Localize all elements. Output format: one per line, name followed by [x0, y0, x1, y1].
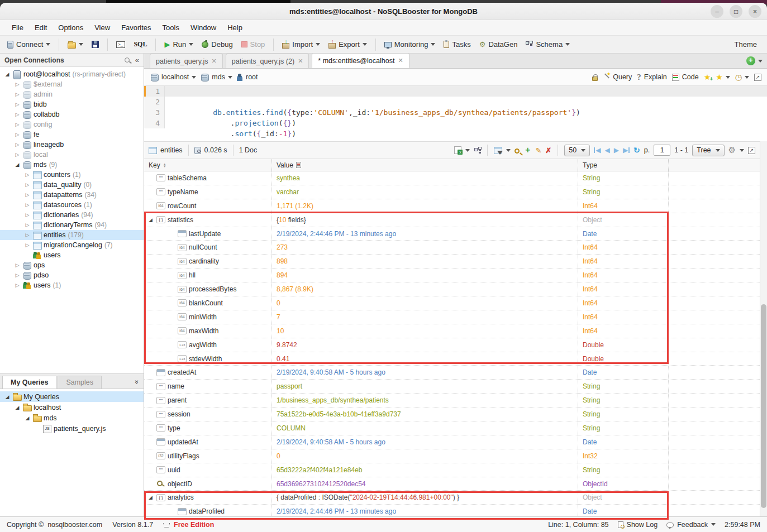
value-filter-icon[interactable] [296, 162, 301, 168]
key-cell[interactable]: analytics [144, 491, 272, 504]
key-cell[interactable]: createdAt [144, 366, 272, 379]
menu-item[interactable]: View [89, 22, 115, 33]
sql-button[interactable]: SQL [131, 39, 150, 50]
tree-expand-icon[interactable] [15, 112, 20, 117]
tree-expand-icon[interactable] [25, 172, 30, 178]
tab-samples[interactable]: Samples [58, 376, 102, 389]
key-cell[interactable]: avgWidth [144, 338, 272, 352]
tree-expand-icon[interactable] [15, 405, 20, 410]
menu-item[interactable]: Favorites [116, 22, 156, 33]
gear-icon[interactable]: ⚙ [728, 146, 736, 154]
close-tab-icon[interactable]: ✕ [398, 57, 403, 64]
editor-line[interactable]: 2 .projection({}) [144, 97, 767, 107]
column-header-type[interactable]: Type [578, 159, 669, 171]
view-mode-select[interactable]: Tree [692, 145, 724, 156]
find-document-icon[interactable] [514, 148, 520, 154]
connection-tree-item[interactable]: datasources (1) [0, 200, 144, 210]
key-cell[interactable]: cardinality [144, 255, 272, 268]
key-cell[interactable]: utilityFlags [144, 449, 272, 463]
chevron-down-icon[interactable] [758, 60, 763, 63]
key-cell[interactable]: updatedAt [144, 435, 272, 449]
add-favorite-icon[interactable]: ★ [704, 74, 711, 81]
key-cell[interactable]: stdevWidth [144, 352, 272, 366]
lock-icon[interactable] [592, 76, 598, 81]
feedback-button[interactable]: Feedback [666, 521, 716, 529]
key-cell[interactable]: dataProfiled [144, 505, 272, 516]
table-row[interactable]: avgWidth 9.8742 Double [144, 338, 760, 352]
connection-tree-item[interactable]: root@localhost (rs-primary-direct) [0, 69, 144, 79]
menu-item[interactable]: Edit [30, 22, 52, 33]
table-row[interactable]: lastUpdate 2/19/2024, 2:44:46 PM - 13 mi… [144, 227, 760, 241]
menu-item[interactable]: Tools [158, 22, 184, 33]
connection-tree-item[interactable]: collabdb [0, 109, 144, 119]
key-cell[interactable]: parent [144, 394, 272, 407]
breadcrumb-database[interactable]: localhost [150, 73, 196, 82]
tree-expand-icon[interactable] [25, 222, 30, 228]
connection-tree-item[interactable]: admin [0, 89, 144, 99]
favorites-dropdown[interactable]: ★ [716, 74, 730, 81]
value-cell[interactable]: 898 [272, 255, 578, 268]
open-file-button[interactable] [65, 39, 86, 50]
table-row[interactable]: rowCount 1,171 (1.2K) Int64 [144, 199, 760, 213]
value-cell[interactable]: 9.8742 [272, 338, 578, 352]
sort-icon[interactable]: ▲▼ [163, 163, 166, 167]
value-cell[interactable]: 10 [272, 324, 578, 338]
connection-tree-item[interactable]: data_quality (0) [0, 180, 144, 190]
tree-expand-icon[interactable] [25, 182, 30, 188]
code-button[interactable]: Code [672, 73, 699, 81]
table-row[interactable]: blankCount 0 Int64 [144, 296, 760, 310]
table-row[interactable]: cardinality 898 Int64 [144, 255, 760, 269]
key-cell[interactable]: maxWidth [144, 324, 272, 338]
connection-tree-item[interactable]: ops [0, 260, 144, 270]
tab-patients-query[interactable]: patients_query.js✕ [150, 54, 223, 68]
tasks-button[interactable]: Tasks [441, 39, 473, 50]
connection-tree-item[interactable]: lineagedb [0, 140, 144, 150]
connection-tree-item[interactable]: config [0, 119, 144, 130]
tree-expand-icon[interactable] [15, 92, 20, 97]
close-button[interactable]: × [749, 5, 761, 18]
vertical-scrollbar[interactable] [760, 141, 767, 516]
key-cell[interactable]: objectID [144, 477, 272, 491]
value-cell[interactable]: { dataProfiled : ISODate("2024-02-19T14:… [272, 491, 578, 504]
chevron-down-icon[interactable] [740, 149, 744, 152]
maximize-button[interactable]: □ [730, 5, 742, 18]
value-cell[interactable]: 0 [272, 449, 578, 463]
table-row[interactable]: updatedAt 2/19/2024, 9:40:58 AM - 5 hour… [144, 435, 760, 449]
schema-explorer-icon[interactable] [474, 147, 481, 154]
table-row[interactable]: session 75a1522b-e0d5-4e3a-b10b-41eff3a9… [144, 408, 760, 421]
tree-expand-icon[interactable] [15, 162, 20, 167]
new-tab-icon[interactable]: + [746, 56, 755, 65]
query-tree-item[interactable]: My Queries [0, 391, 144, 402]
value-cell[interactable]: 2/19/2024, 2:44:46 PM - 13 minutes ago [272, 505, 578, 516]
table-row[interactable]: createdAt 2/19/2024, 9:40:58 AM - 5 hour… [144, 366, 760, 380]
connection-tree-item[interactable]: local [0, 150, 144, 160]
value-cell[interactable]: COLUMN [272, 421, 578, 435]
table-row[interactable]: dataProfiled 2/19/2024, 2:44:46 PM - 13 … [144, 505, 760, 516]
connection-tree-item[interactable]: users [0, 250, 144, 260]
tree-expand-icon[interactable] [15, 142, 20, 147]
key-cell[interactable]: minWidth [144, 310, 272, 324]
chevron-down-icon[interactable] [192, 76, 196, 79]
free-edition-button[interactable]: Free Edition [163, 521, 214, 529]
editor-line[interactable]: 3 .sort({_id:-1}) [144, 107, 767, 118]
value-cell[interactable]: 0 [272, 296, 578, 310]
tree-expand-icon[interactable] [25, 192, 30, 198]
table-row[interactable]: hll 894 Int64 [144, 269, 760, 282]
add-document-icon[interactable]: ＋ [523, 145, 531, 155]
key-cell[interactable]: name [144, 380, 272, 393]
row-expand-icon[interactable] [149, 495, 154, 500]
filter-view-icon[interactable] [494, 147, 502, 154]
value-cell[interactable]: 0.41 [272, 352, 578, 366]
tree-expand-icon[interactable] [15, 82, 20, 87]
collapse-sidebar-icon[interactable]: « [135, 56, 139, 64]
table-row[interactable]: uuid 65d3222a2f402f4a121e84eb String [144, 463, 760, 477]
search-icon[interactable] [125, 57, 130, 63]
table-row[interactable]: processedBytes 8,867 (8.9K) Int64 [144, 282, 760, 296]
key-cell[interactable]: processedBytes [144, 282, 272, 296]
table-row[interactable]: nullCount 273 Int64 [144, 241, 760, 255]
editor-line[interactable]: 1 db.entities.find({type:'COLUMN',_id:'1… [144, 86, 767, 97]
save-button[interactable] [89, 39, 102, 50]
monitoring-button[interactable]: Monitoring [382, 39, 439, 50]
breadcrumb-user[interactable]: root [236, 73, 258, 81]
export-excel-icon[interactable] [454, 146, 461, 154]
